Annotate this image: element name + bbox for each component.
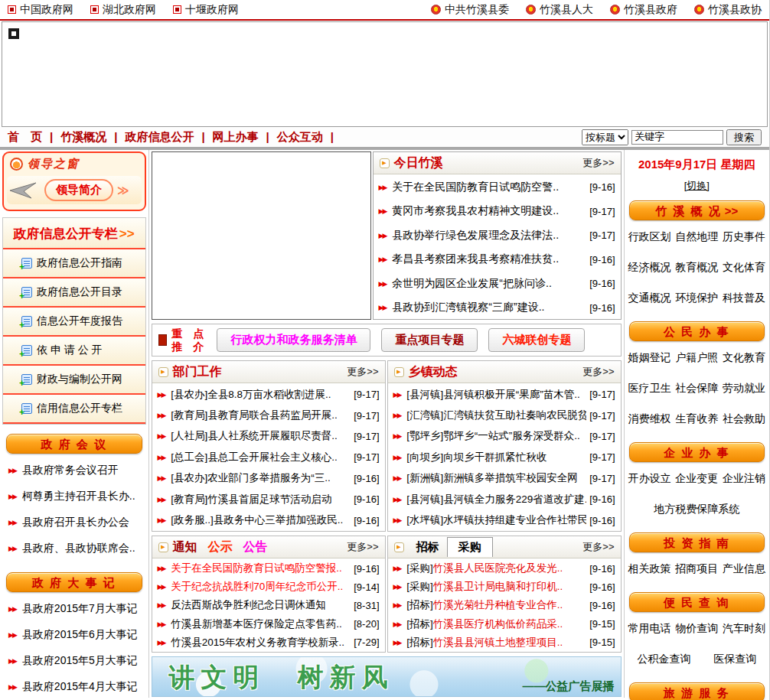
news-item[interactable]: [鄂坪乡]鄂坪乡“一站式”服务深受群众.. [9-17] bbox=[393, 426, 615, 447]
more-link[interactable]: 更多>> bbox=[347, 365, 378, 379]
news-item[interactable]: [招标] 竹溪县医疗机构低价药品采.. [9-15] bbox=[393, 615, 615, 633]
gov-info-header[interactable]: 政府信息公开专栏 >> bbox=[3, 218, 145, 249]
gov-org-link[interactable]: 竹溪县政府 bbox=[610, 3, 677, 17]
notices-title-announcement[interactable]: 公告 bbox=[243, 539, 268, 555]
quick-link[interactable]: 生育收养 bbox=[675, 412, 718, 426]
news-item[interactable]: [水坪镇]水坪镇扶持组建专业合作社带民.. [9-16] bbox=[393, 510, 615, 530]
news-item[interactable]: 县政协到汇湾镇视察“三廊”建设.. [9-16] bbox=[379, 296, 615, 320]
nav-item[interactable]: 首 页 bbox=[8, 130, 60, 145]
news-item[interactable]: [采购] 竹溪县卫计局电脑和打印机.. [9-16] bbox=[393, 578, 615, 596]
quick-link[interactable]: 社会救助 bbox=[723, 412, 765, 426]
quick-link[interactable]: 自然地理 bbox=[675, 230, 718, 244]
notices-title-notice[interactable]: 通知 bbox=[173, 539, 197, 555]
quick-link[interactable]: 社会保障 bbox=[675, 382, 718, 396]
nav-item[interactable]: 网上办事 bbox=[213, 130, 277, 145]
gov-info-link[interactable]: 依 申 请 公 开 bbox=[3, 337, 145, 366]
psa-banner[interactable]: 讲文明 树新风 ——公益广告展播 bbox=[152, 656, 622, 697]
list-item[interactable]: 县政府2015年7月大事记 bbox=[2, 596, 146, 622]
list-item[interactable]: 县政府召开县长办公会 bbox=[2, 510, 146, 536]
list-item[interactable]: 县政府2015年6月大事记 bbox=[2, 622, 146, 648]
quick-link[interactable]: 公积金查询 bbox=[637, 653, 690, 666]
news-item[interactable]: [汇湾镇]汇湾镇扶贫互助社奏响农民脱贫.. [9-17] bbox=[393, 405, 615, 425]
news-item[interactable]: [县农办]农业部门多举措服务为“三.. [9-16] bbox=[158, 468, 380, 489]
gov-memorabilia-button[interactable]: 政 府 大 事 记 bbox=[6, 572, 142, 592]
section-button[interactable]: 公 民 办 事 bbox=[629, 321, 765, 341]
quick-link[interactable]: 汽车时刻 bbox=[723, 622, 765, 636]
quick-link[interactable]: 产业信息 bbox=[723, 562, 765, 576]
list-item[interactable]: 县政府2015年4月大事记 bbox=[2, 674, 146, 700]
news-item[interactable]: 竹溪县2015年农村义务教育学校新录.. [7-29] bbox=[158, 633, 380, 652]
gov-org-link[interactable]: 中共竹溪县委 bbox=[431, 3, 509, 17]
quick-link[interactable]: 招商项目 bbox=[675, 562, 718, 576]
news-item[interactable]: [向坝乡]向坝乡干群抓紧忙秋收 [9-17] bbox=[393, 447, 615, 467]
external-site-link[interactable]: 中国政府网 bbox=[8, 3, 73, 17]
quick-link[interactable]: 户籍户照 bbox=[675, 351, 718, 365]
leader-intro-link[interactable]: 领导简介 ≫ bbox=[7, 176, 142, 204]
quick-link[interactable]: 劳动就业 bbox=[723, 382, 765, 396]
quick-link[interactable]: 婚姻登记 bbox=[628, 351, 670, 365]
quick-link[interactable]: 经济概况 bbox=[628, 261, 670, 275]
section-button[interactable]: 便 民 查 询 bbox=[629, 592, 765, 612]
news-item[interactable]: 余世明为园区企业发展“把脉问诊.. [9-16] bbox=[379, 272, 615, 296]
news-item[interactable]: [采购] 竹溪县人民医院亮化及发光.. [9-16] bbox=[393, 559, 615, 578]
gov-info-link[interactable]: 信息公开年度报告 bbox=[3, 308, 145, 337]
search-input[interactable] bbox=[631, 130, 723, 145]
gov-info-link[interactable]: 信用信息公开专栏 bbox=[3, 395, 145, 424]
quick-link[interactable]: 医疗卫生 bbox=[628, 382, 670, 396]
list-item[interactable]: 县政府2015年5月大事记 bbox=[2, 648, 146, 674]
quick-link[interactable]: 相关政策 bbox=[628, 562, 670, 576]
quick-link[interactable]: 环境保护 bbox=[675, 291, 718, 305]
news-item[interactable]: [新洲镇]新洲镇多举措筑牢校园安全网 [9-17] bbox=[393, 468, 615, 489]
nav-item[interactable]: 政府信息公开 bbox=[125, 130, 212, 145]
news-item[interactable]: [招标] 竹溪光菊牡丹种植专业合作.. [9-16] bbox=[393, 596, 615, 614]
highlight-topic-button[interactable]: 重点项目专题 bbox=[381, 328, 478, 352]
news-item[interactable]: 孝昌县考察团来我县考察精准扶贫.. [9-16] bbox=[379, 248, 615, 272]
highlight-topic-button[interactable]: 六城联创专题 bbox=[488, 328, 585, 352]
quick-link[interactable]: 消费维权 bbox=[628, 412, 670, 426]
news-item[interactable]: [政务服..]县政务中心三举措加强政民.. [9-16] bbox=[158, 510, 380, 530]
notices-title-publicity[interactable]: 公示 bbox=[208, 539, 233, 555]
news-item[interactable]: [县农办]全县8.8万亩水稻收割进展.. [9-17] bbox=[158, 384, 380, 405]
quick-link[interactable]: 地方税费保障系统 bbox=[654, 503, 739, 516]
quick-link[interactable]: 科技普及 bbox=[723, 291, 765, 305]
news-item[interactable]: [县河镇]县河镇全力服务229省道改扩建.. [9-16] bbox=[393, 489, 615, 510]
quick-link[interactable]: 历史事件 bbox=[723, 230, 765, 244]
gov-info-link[interactable]: 政府信息公开指南 bbox=[3, 249, 145, 278]
quick-link[interactable]: 教育概况 bbox=[675, 261, 718, 275]
more-link[interactable]: 更多>> bbox=[582, 156, 614, 170]
search-button[interactable]: 搜索 bbox=[726, 129, 762, 145]
quick-link[interactable]: 物价查询 bbox=[675, 622, 718, 636]
news-item[interactable]: [招标] 竹溪县县河镇土地整理项目.. [9-15] bbox=[393, 633, 615, 652]
quick-link[interactable]: 医保查询 bbox=[713, 653, 756, 666]
quick-link[interactable]: 常用电话 bbox=[628, 622, 670, 636]
section-button[interactable]: 竹 溪 概 况 >> bbox=[629, 200, 765, 220]
gov-info-link[interactable]: 政府信息公开目录 bbox=[3, 278, 145, 308]
news-item[interactable]: 关于纪念抗战胜利70周年纪念币公开.. [9-14] bbox=[158, 578, 380, 596]
section-button[interactable]: 企 业 办 事 bbox=[629, 442, 765, 462]
gov-info-link[interactable]: 财政与编制公开网 bbox=[3, 366, 145, 395]
date-switch-link[interactable]: [切换] bbox=[625, 179, 770, 193]
quick-link[interactable]: 企业变更 bbox=[675, 472, 718, 486]
tab-procurement[interactable]: 采购 bbox=[447, 537, 493, 557]
quick-link[interactable]: 行政区划 bbox=[628, 230, 670, 244]
gov-meetings-button[interactable]: 政 府 会 议 bbox=[6, 434, 142, 454]
quick-link[interactable]: 开办设立 bbox=[628, 472, 670, 486]
news-item[interactable]: [人社局]县人社系统开展履职尽责督.. [9-17] bbox=[158, 426, 380, 447]
external-site-link[interactable]: 十堰政府网 bbox=[173, 3, 239, 17]
quick-link[interactable]: 交通概况 bbox=[628, 291, 670, 305]
news-item[interactable]: 关于在全民国防教育日试鸣防空警.. [9-16] bbox=[379, 175, 615, 200]
section-button[interactable]: 旅 游 服 务 bbox=[629, 682, 765, 700]
news-item[interactable]: 关于在全民国防教育日试鸣防空警报.. [9-16] bbox=[158, 559, 380, 578]
quick-link[interactable]: 企业注销 bbox=[723, 472, 765, 486]
nav-item[interactable]: 公众互动 bbox=[277, 130, 341, 145]
external-site-link[interactable]: 湖北政府网 bbox=[90, 3, 156, 17]
news-item[interactable]: 县政协举行绿色发展理念及法律法.. [9-17] bbox=[379, 223, 615, 248]
list-item[interactable]: 县政府、县政协联席会.. bbox=[2, 536, 146, 562]
tab-tenders[interactable]: 招标 bbox=[409, 538, 447, 557]
gov-org-link[interactable]: 竹溪县政协 bbox=[694, 3, 762, 17]
news-item[interactable]: 反法西斯战争胜利纪念日调休通知 [8-31] bbox=[158, 596, 380, 614]
search-category-select[interactable]: 按标题 bbox=[582, 129, 628, 145]
section-button[interactable]: 投 资 指 南 bbox=[629, 532, 765, 552]
more-link[interactable]: 更多>> bbox=[582, 365, 614, 379]
news-item[interactable]: 竹溪县新增基本医疗保险定点零售药.. [8-20] bbox=[158, 615, 380, 633]
